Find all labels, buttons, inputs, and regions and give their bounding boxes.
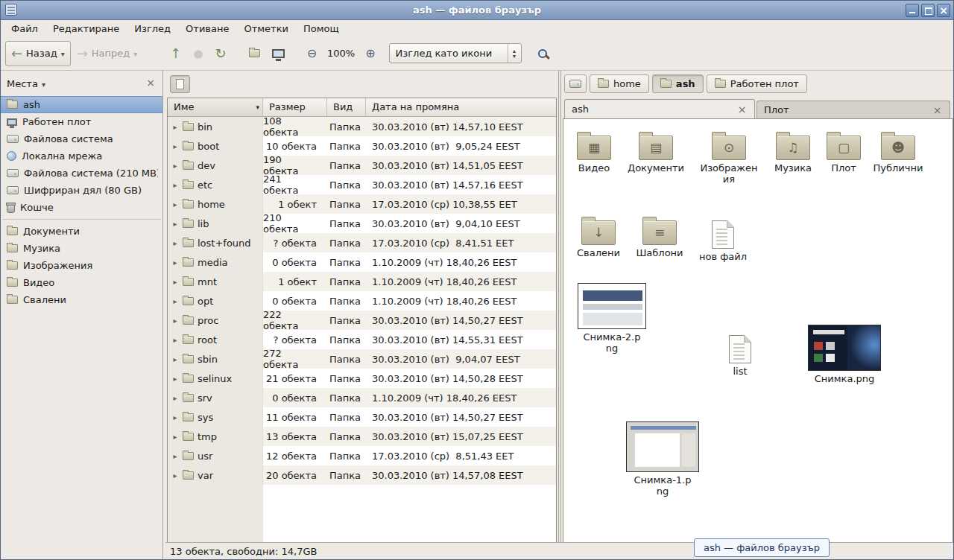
expander-icon[interactable] bbox=[171, 297, 179, 305]
titlebar[interactable]: ash — файлов браузър bbox=[1, 1, 953, 20]
table-row[interactable]: root? обектаПапка30.03.2010 (вт) 14,55,3… bbox=[168, 330, 556, 349]
table-row[interactable]: mnt1 обектПапка1.10.2009 (чт) 18,40,26 E… bbox=[168, 272, 556, 291]
reload-button[interactable] bbox=[209, 41, 233, 66]
expander-icon[interactable] bbox=[171, 316, 179, 325]
expander-icon[interactable] bbox=[171, 142, 179, 150]
path-button-1[interactable]: ash bbox=[652, 74, 704, 93]
expander-icon[interactable] bbox=[171, 413, 179, 421]
icon-view-item[interactable]: Снимка.png bbox=[809, 323, 879, 384]
close-button[interactable] bbox=[937, 4, 950, 17]
places-dropdown-icon[interactable] bbox=[42, 78, 45, 89]
path-button-filesystem[interactable] bbox=[564, 74, 587, 93]
zoom-in-button[interactable] bbox=[359, 41, 381, 66]
places-close-icon[interactable] bbox=[145, 77, 157, 89]
home-button[interactable] bbox=[243, 41, 266, 66]
expander-icon[interactable] bbox=[171, 394, 179, 402]
zoom-out-button[interactable] bbox=[301, 41, 323, 66]
tab-close-icon[interactable]: × bbox=[932, 105, 943, 115]
icon-view-item[interactable]: ☻Публични bbox=[863, 130, 933, 174]
column-header-2[interactable]: Вид bbox=[327, 98, 366, 116]
tab-0[interactable]: ash× bbox=[564, 99, 755, 118]
expander-icon[interactable] bbox=[171, 200, 179, 209]
icon-view-item[interactable]: ▤Документи bbox=[621, 130, 691, 174]
back-dropdown-icon[interactable] bbox=[61, 45, 65, 61]
table-row[interactable]: boot10 обектаПапка30.03.2010 (вт) 9,05,2… bbox=[168, 136, 556, 156]
path-button-0[interactable]: home bbox=[590, 74, 649, 93]
sidebar-item-11[interactable]: Видео bbox=[1, 274, 162, 291]
view-mode-select[interactable]: Изглед като икони bbox=[389, 43, 522, 63]
expander-icon[interactable] bbox=[171, 162, 179, 170]
expander-icon[interactable] bbox=[171, 355, 179, 363]
file-name: var bbox=[198, 470, 213, 481]
menu-item-3[interactable]: Отиване bbox=[178, 22, 236, 36]
expander-icon[interactable] bbox=[171, 336, 179, 344]
expander-icon[interactable] bbox=[171, 258, 179, 267]
icon-view-item[interactable]: нов файл bbox=[688, 216, 758, 262]
forward-button[interactable]: Напред bbox=[71, 41, 144, 66]
back-button[interactable]: Назад bbox=[5, 41, 71, 66]
table-row[interactable]: selinux21 обектаПапка30.03.2010 (вт) 14,… bbox=[168, 369, 556, 388]
expander-icon[interactable] bbox=[171, 433, 179, 441]
menu-item-5[interactable]: Помощ bbox=[296, 22, 347, 36]
table-row[interactable]: proc222 обектаПапка30.03.2010 (вт) 14,50… bbox=[168, 311, 556, 330]
menu-item-2[interactable]: Изглед bbox=[127, 22, 178, 36]
table-row[interactable]: srv0 обектаПапка1.10.2009 (чт) 18,40,26 … bbox=[168, 388, 556, 407]
expander-icon[interactable] bbox=[171, 471, 179, 480]
column-header-1[interactable]: Размер bbox=[263, 98, 327, 116]
column-header-3[interactable]: Дата на промяна bbox=[366, 98, 556, 116]
table-row[interactable]: var20 обектаПапка30.03.2010 (вт) 14,57,0… bbox=[168, 465, 556, 485]
table-row[interactable]: media0 обектаПапка1.10.2009 (чт) 18,40,2… bbox=[168, 252, 556, 272]
stop-button[interactable] bbox=[187, 41, 209, 66]
icon-view-item[interactable]: list bbox=[705, 331, 775, 377]
icon-view-item[interactable]: ↓Свалени bbox=[563, 214, 634, 258]
sidebar-item-1[interactable]: Работен плот bbox=[1, 113, 162, 130]
icon-view-item[interactable]: ≡Шаблони bbox=[625, 214, 695, 258]
table-row[interactable]: sbin272 обектаПапка30.03.2010 (вт) 9,04,… bbox=[168, 349, 556, 369]
sidebar-item-10[interactable]: Изображения bbox=[1, 257, 162, 274]
icon-view-item[interactable]: Снимка-1.png bbox=[628, 420, 698, 497]
path-button-root[interactable] bbox=[170, 75, 190, 93]
expander-icon[interactable] bbox=[171, 181, 179, 189]
sidebar-item-2[interactable]: Файлова система bbox=[1, 130, 162, 147]
sidebar-item-4[interactable]: Файлова система (210 MB) bbox=[1, 165, 162, 182]
up-button[interactable] bbox=[164, 41, 187, 66]
icon-view-item[interactable]: Снимка-2.png bbox=[577, 281, 647, 354]
minimize-button[interactable] bbox=[906, 4, 919, 17]
table-row[interactable]: etc241 обектаПапка30.03.2010 (вт) 14,57,… bbox=[168, 175, 556, 194]
sidebar-item-6[interactable]: Кошче bbox=[1, 199, 162, 216]
maximize-button[interactable] bbox=[921, 4, 935, 17]
menu-item-0[interactable]: Файл bbox=[4, 22, 45, 36]
icon-view-item[interactable]: ⊙Изображения bbox=[694, 130, 764, 185]
computer-button[interactable] bbox=[266, 41, 291, 66]
tab-close-icon[interactable]: × bbox=[736, 104, 748, 115]
column-header-0[interactable]: Име▾ bbox=[168, 98, 263, 116]
expander-icon[interactable] bbox=[171, 278, 179, 286]
table-row[interactable]: bin108 обектаПапка30.03.2010 (вт) 14,57,… bbox=[168, 117, 556, 136]
menu-item-4[interactable]: Отметки bbox=[236, 22, 295, 36]
sidebar-item-3[interactable]: Локална мрежа bbox=[1, 147, 162, 165]
sidebar-item-12[interactable]: Свалени bbox=[1, 291, 162, 308]
taskbar-window-hint[interactable]: ash — файлов браузър bbox=[694, 538, 830, 557]
sidebar-item-9[interactable]: Музика bbox=[1, 240, 162, 257]
tab-1[interactable]: Плот× bbox=[756, 101, 950, 118]
table-row[interactable]: lost+found? обектаПапка17.03.2010 (ср) 8… bbox=[168, 233, 556, 252]
expander-icon[interactable] bbox=[171, 375, 179, 383]
search-button[interactable] bbox=[532, 41, 553, 66]
table-row[interactable]: dev190 обектаПапка30.03.2010 (вт) 14,51,… bbox=[168, 156, 556, 175]
path-button-2[interactable]: Работен плот bbox=[707, 74, 807, 93]
expander-icon[interactable] bbox=[171, 452, 179, 460]
menu-item-1[interactable]: Редактиране bbox=[45, 22, 127, 36]
expander-icon[interactable] bbox=[171, 123, 179, 131]
sidebar-item-8[interactable]: Документи bbox=[1, 223, 162, 240]
sidebar-item-0[interactable]: ash bbox=[1, 96, 162, 113]
table-row[interactable]: sys11 обектаПапка30.03.2010 (вт) 14,50,2… bbox=[168, 407, 556, 427]
expander-icon[interactable] bbox=[171, 220, 179, 228]
table-row[interactable]: home1 обектПапка17.03.2010 (ср) 10,38,55… bbox=[168, 194, 556, 214]
sidebar-item-5[interactable]: Шифриран дял (80 GB) bbox=[1, 182, 162, 199]
icon-view-item[interactable]: ▦Видео bbox=[563, 130, 629, 174]
table-row[interactable]: opt0 обектаПапка1.10.2009 (чт) 18,40,26 … bbox=[168, 291, 556, 311]
table-row[interactable]: lib210 обектаПапка30.03.2010 (вт) 9,04,1… bbox=[168, 214, 556, 233]
table-row[interactable]: usr12 обектаПапка17.03.2010 (ср) 8,51,43… bbox=[168, 446, 556, 465]
table-row[interactable]: tmp13 обектаПапка30.03.2010 (вт) 15,07,2… bbox=[168, 427, 556, 446]
expander-icon[interactable] bbox=[171, 239, 179, 247]
